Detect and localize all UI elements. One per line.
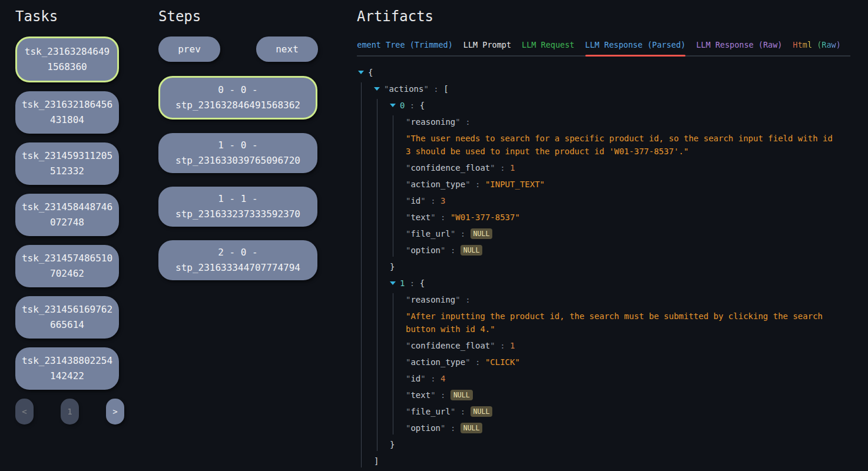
json-colon: : — [455, 227, 470, 240]
collapse-caret-icon[interactable] — [390, 99, 400, 112]
task-button[interactable]: tsk_231632186456431804 — [15, 91, 119, 134]
json-colon: : — [405, 99, 419, 112]
artifact-tab[interactable]: Element Tree (Trimmed) — [357, 37, 453, 55]
prev-step-button[interactable]: prev — [158, 37, 220, 62]
json-colon: : — [471, 178, 485, 191]
json-quote: " — [430, 211, 435, 224]
json-colon: : — [471, 356, 485, 369]
json-colon: : — [455, 405, 470, 418]
json-open-bracket: [ — [443, 82, 448, 95]
json-null-badge: NULL — [450, 390, 473, 400]
artifacts-panel: Artifacts Element Tree (Trimmed)LLM Prom… — [357, 0, 850, 471]
step-button[interactable]: 2 - 0 - stp_231633344707774794 — [158, 240, 317, 280]
json-key: id — [410, 194, 420, 207]
next-step-button[interactable]: next — [256, 37, 318, 62]
json-quote: " — [406, 244, 410, 257]
json-null-badge: NULL — [471, 406, 493, 417]
artifact-tab[interactable]: LLM Response (Raw) — [696, 37, 782, 55]
json-key: option — [410, 422, 440, 434]
artifact-tab[interactable]: LLM Prompt — [463, 37, 511, 55]
json-key: confidence_float — [410, 161, 490, 174]
artifact-tab[interactable]: LLM Response (Parsed) — [585, 37, 686, 55]
json-colon: : — [460, 115, 475, 128]
json-key: text — [410, 389, 430, 402]
json-quote: " — [406, 389, 410, 402]
json-colon: : — [445, 244, 460, 257]
json-open-bracket: { — [420, 277, 425, 290]
json-colon: : — [495, 339, 510, 352]
json-number-value: 4 — [440, 372, 445, 385]
json-quote: " — [440, 244, 445, 257]
json-key: file_url — [410, 227, 450, 240]
step-button[interactable]: 1 - 1 - stp_231633237333592370 — [158, 187, 317, 227]
json-quote: " — [450, 227, 455, 240]
json-node-row: { — [358, 66, 835, 79]
tasks-panel: Tasks tsk_231632846491568360tsk_23163218… — [15, 0, 120, 424]
artifact-tab[interactable]: LLM Request — [522, 37, 574, 55]
json-node-row: 0 : { — [390, 99, 835, 112]
json-colon: : — [426, 194, 440, 207]
json-key: id — [410, 372, 420, 385]
task-button[interactable]: tsk_231632846491568360 — [15, 37, 119, 82]
task-button[interactable]: tsk_231438802254142422 — [15, 347, 119, 390]
collapse-caret-icon[interactable] — [390, 277, 400, 290]
task-button[interactable]: tsk_231457486510702462 — [15, 245, 119, 287]
json-field-row: "id" : 4 — [406, 372, 835, 385]
json-tree-viewer: {"actions" : [0 : {"reasoning" : "The us… — [357, 66, 835, 471]
json-quote: " — [406, 227, 410, 240]
json-number-value: 3 — [440, 194, 445, 207]
json-array-index: 0 — [400, 99, 405, 112]
json-array-index: 1 — [400, 277, 405, 290]
step-button[interactable]: 0 - 0 - stp_231632846491568362 — [158, 76, 317, 120]
json-quote: " — [406, 194, 410, 207]
json-colon: : — [495, 161, 510, 174]
json-null-badge: NULL — [460, 245, 483, 256]
steps-panel: Steps prev next 0 - 0 - stp_231632846491… — [158, 0, 318, 294]
json-field-row: "confidence_float" : 1 — [406, 339, 835, 352]
json-children: "actions" : [0 : {"reasoning" : "The use… — [361, 82, 835, 467]
json-field-row: "text" : NULL — [406, 389, 835, 402]
json-string-value: "INPUT_TEXT" — [485, 178, 545, 191]
artifacts-title: Artifacts — [357, 8, 850, 25]
json-number-value: 1 — [510, 339, 515, 352]
json-number-value: 1 — [510, 161, 515, 174]
json-quote: " — [430, 389, 435, 402]
json-string-value: "CLICK" — [485, 356, 520, 369]
json-string-value: "The user needs to search for a specific… — [406, 132, 835, 158]
json-null-badge: NULL — [471, 228, 493, 239]
pagination-next-button[interactable]: > — [106, 399, 124, 424]
json-field-row: "file_url" : NULL — [406, 227, 835, 240]
task-button[interactable]: tsk_231459311205512332 — [15, 142, 119, 185]
json-quote: " — [455, 293, 460, 306]
json-quote: " — [384, 82, 389, 95]
task-button[interactable]: tsk_231458448746072748 — [15, 194, 119, 236]
collapse-caret-icon[interactable] — [374, 82, 384, 95]
json-string-block-row: "After inputting the product id, the sea… — [406, 310, 835, 336]
json-colon: : — [436, 211, 450, 224]
json-string-block-row: "The user needs to search for a specific… — [406, 132, 835, 158]
pagination-page-button[interactable]: 1 — [61, 399, 79, 424]
json-quote: " — [406, 115, 410, 128]
json-quote: " — [490, 161, 495, 174]
json-quote: " — [455, 115, 460, 128]
json-open-bracket: { — [420, 99, 425, 112]
task-button[interactable]: tsk_231456169762665614 — [15, 296, 119, 339]
json-field-row: "option" : NULL — [406, 422, 835, 434]
json-colon: : — [429, 82, 443, 95]
json-field-row: "text" : "W01-377-8537" — [406, 211, 835, 224]
collapse-caret-icon[interactable] — [358, 66, 368, 79]
artifact-tab[interactable]: Html (Raw) — [793, 37, 841, 55]
json-quote: " — [490, 339, 495, 352]
json-quote: " — [465, 178, 470, 191]
json-string-value: "W01-377-8537" — [450, 211, 520, 224]
json-key: option — [410, 244, 440, 257]
json-key: actions — [389, 82, 423, 95]
pagination-prev-button[interactable]: < — [15, 399, 34, 424]
step-button[interactable]: 1 - 0 - stp_231633039765096720 — [158, 133, 317, 173]
json-key: action_type — [410, 178, 465, 191]
json-key: reasoning — [410, 115, 455, 128]
json-field-row: "action_type" : "INPUT_TEXT" — [406, 178, 835, 191]
json-field-row: "file_url" : NULL — [406, 405, 835, 418]
json-key: file_url — [410, 405, 450, 418]
json-null-badge: NULL — [460, 423, 483, 433]
